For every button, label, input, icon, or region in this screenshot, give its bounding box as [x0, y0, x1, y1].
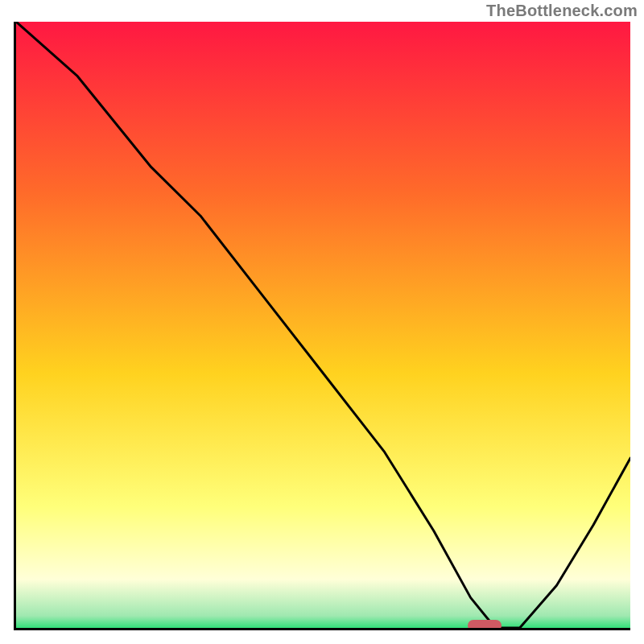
chart-plot-area: [14, 22, 630, 630]
optimal-marker: [468, 620, 502, 630]
chart-curve: [16, 22, 630, 628]
attribution-text: TheBottleneck.com: [486, 2, 638, 20]
